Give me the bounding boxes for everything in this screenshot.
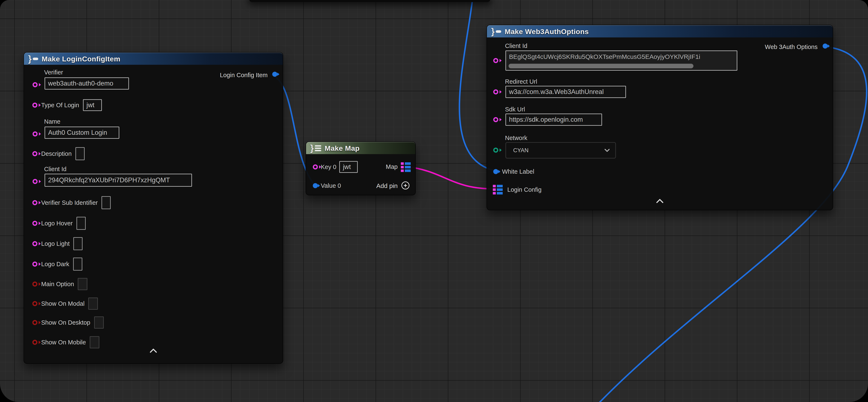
make-map-icon: } [310,144,321,152]
pin-label: Show On Mobile [41,339,86,346]
show-on-mobile-checkbox[interactable] [90,336,99,348]
offscreen-node-bottom-edge [249,0,490,2]
node-title: Make Web3AuthOptions [504,28,589,36]
node-make-loginconfigitem[interactable]: } Make LoginConfigItem Login Config Item… [24,52,283,364]
wire-map-to-loginconfig[interactable] [407,167,497,189]
input-pin-network[interactable] [493,148,498,153]
node-title: Make Map [324,144,360,152]
input-pin-logo-dark[interactable] [32,262,37,267]
pin-row-logo-dark: Logo Dark [32,257,82,271]
pin-row-show-on-desktop: Show On Desktop [32,316,104,329]
input-pin-type-of-login[interactable] [32,103,37,108]
pin-row-show-on-modal: Show On Modal [32,297,98,310]
input-pin-verifier[interactable] [33,82,38,87]
node-make-web3authoptions[interactable]: } Make Web3AuthOptions Web 3Auth Options… [487,25,833,210]
pin-row-white-label: White Label [493,167,534,177]
pin-label: Network [505,135,527,142]
name-field[interactable]: Auth0 Custom Login [44,126,119,139]
add-pin-row: Add pin + [306,180,415,191]
pin-label: Show On Modal [41,300,85,307]
input-pin-white-label[interactable] [493,169,498,174]
input-pin-description[interactable] [32,151,37,156]
pin-row-main-option: Main Option [32,278,87,290]
pin-label: Logo Dark [41,261,69,268]
logo-dark-field[interactable] [73,258,82,270]
pin-label: Login Config [507,186,541,193]
make-struct-icon: } [491,27,501,36]
show-on-desktop-checkbox[interactable] [94,316,104,328]
collapse-node-button[interactable] [656,199,663,204]
verifier-field[interactable]: web3auth-auth0-demo [44,77,129,90]
pin-row-network: Network CYAN [487,135,833,160]
client-id-field[interactable]: BEglQSgt4cUWcj6SKRdu5QkOXTsePmMcusG5EAoy… [505,51,737,70]
input-pin-login-config[interactable] [493,185,503,195]
pin-label: Main Option [41,281,74,288]
main-option-checkbox[interactable] [78,278,87,290]
input-pin-verifier-sub-identifier[interactable] [32,200,37,205]
input-pin-show-on-mobile[interactable] [32,340,37,345]
collapse-node-button[interactable] [150,349,157,354]
node-header[interactable]: } Make LoginConfigItem [24,53,283,65]
pin-label: Client Id [44,166,66,173]
field-scrollbar[interactable] [508,64,693,68]
pin-label: Logo Hover [41,220,73,227]
add-pin-label: Add pin [376,182,398,190]
pin-row-type-of-login: Type Of Login jwt [32,99,102,111]
input-pin-show-on-modal[interactable] [32,301,37,306]
pin-label: Redirect Url [505,78,537,85]
pin-row-client-id: Client Id 294QRkchfq2YaXUbPri7D6PH7xzHgQ… [24,166,283,189]
sdk-url-field[interactable]: https://sdk.openlogin.com [505,114,602,126]
output-row-map: Map [306,161,415,173]
pin-label: Logo Light [41,240,69,247]
input-pin-client-id[interactable] [493,58,498,63]
input-pin-redirect-url[interactable] [493,89,498,94]
verifier-sub-identifier-field[interactable] [101,196,111,209]
network-selected-value: CYAN [513,147,529,154]
pin-row-logo-hover: Logo Hover [32,217,86,230]
pin-row-description: Description [32,147,85,161]
make-struct-icon: } [28,55,38,63]
pin-row-redirect-url: Redirect Url w3a://com.w3a.Web3AuthUnrea… [487,78,833,99]
pin-label: Name [44,118,60,125]
node-header[interactable]: } Make Map [306,142,415,154]
type-of-login-field[interactable]: jwt [83,99,102,111]
client-id-field[interactable]: 294QRkchfq2YaXUbPri7D6PH7xzHgQMT [44,174,192,187]
add-pin-button[interactable]: + [401,181,409,190]
input-pin-client-id[interactable] [33,179,38,184]
pin-row-show-on-mobile: Show On Mobile [32,336,99,349]
pin-label: Sdk Url [505,106,525,113]
input-pin-logo-light[interactable] [32,241,37,246]
input-pin-name[interactable] [33,132,38,137]
pin-row-client-id: Client Id BEglQSgt4cUWcj6SKRdu5QkOXTsePm… [487,42,833,72]
node-header[interactable]: } Make Web3AuthOptions [487,25,833,37]
pin-row-verifier: Verifier web3auth-auth0-demo [24,69,283,91]
pin-label: Type Of Login [41,102,79,109]
node-title: Make LoginConfigItem [41,55,120,63]
input-pin-sdk-url[interactable] [493,117,498,122]
show-on-modal-checkbox[interactable] [88,297,98,310]
pin-label: White Label [502,168,534,175]
input-pin-main-option[interactable] [32,282,37,287]
description-field[interactable] [75,147,85,160]
logo-light-field[interactable] [73,237,83,250]
network-dropdown[interactable]: CYAN [505,142,616,159]
output-pin-label: Map [386,163,398,170]
pin-label: Client Id [505,42,527,50]
input-pin-show-on-desktop[interactable] [32,320,37,325]
logo-hover-field[interactable] [76,217,86,230]
input-pin-logo-hover[interactable] [32,221,37,226]
pin-label: Verifier Sub Identifier [41,199,98,206]
node-make-map[interactable]: } Make Map Key 0 jwt Map Value 0 Add pin… [306,142,416,195]
pin-row-name: Name Auth0 Custom Login [24,118,283,140]
pin-row-login-config: Login Config [493,184,541,195]
redirect-url-field[interactable]: w3a://com.w3a.Web3AuthUnreal [505,86,626,98]
pin-row-logo-light: Logo Light [32,237,83,251]
pin-row-sdk-url: Sdk Url https://sdk.openlogin.com [487,106,833,127]
chevron-down-icon [604,149,610,152]
pin-label: Description [41,150,72,157]
pin-label: Show On Desktop [41,319,90,326]
blueprint-graph-canvas[interactable]: } Make LoginConfigItem Login Config Item… [0,0,868,402]
pin-label: Verifier [44,69,63,76]
output-pin-map[interactable] [401,162,411,172]
pin-row-verifier-sub-identifier: Verifier Sub Identifier [32,196,111,209]
